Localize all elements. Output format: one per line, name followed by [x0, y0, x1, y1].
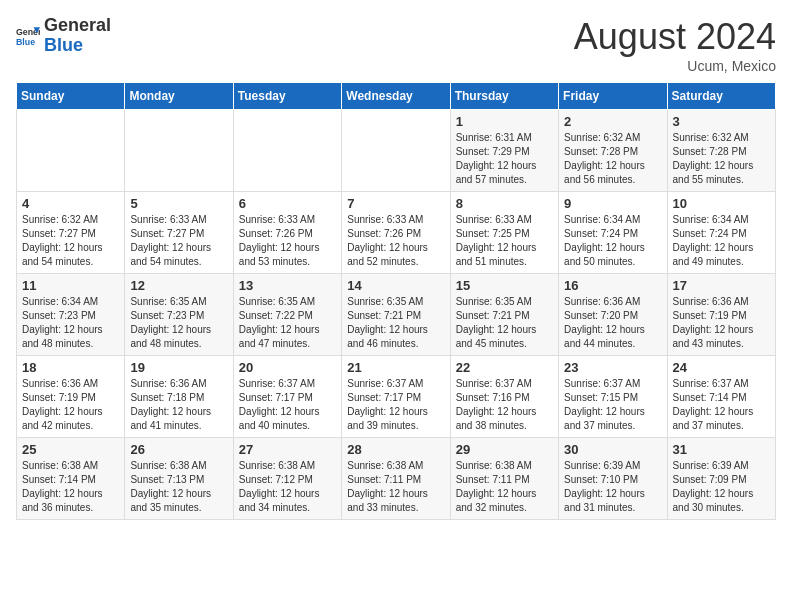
- calendar-cell: 19Sunrise: 6:36 AM Sunset: 7:18 PM Dayli…: [125, 356, 233, 438]
- day-info: Sunrise: 6:39 AM Sunset: 7:09 PM Dayligh…: [673, 459, 770, 515]
- calendar-table: SundayMondayTuesdayWednesdayThursdayFrid…: [16, 82, 776, 520]
- day-info: Sunrise: 6:37 AM Sunset: 7:17 PM Dayligh…: [239, 377, 336, 433]
- title-block: August 2024 Ucum, Mexico: [574, 16, 776, 74]
- day-number: 7: [347, 196, 444, 211]
- day-info: Sunrise: 6:34 AM Sunset: 7:24 PM Dayligh…: [564, 213, 661, 269]
- svg-text:Blue: Blue: [16, 37, 35, 47]
- calendar-cell: 21Sunrise: 6:37 AM Sunset: 7:17 PM Dayli…: [342, 356, 450, 438]
- day-info: Sunrise: 6:35 AM Sunset: 7:22 PM Dayligh…: [239, 295, 336, 351]
- day-info: Sunrise: 6:35 AM Sunset: 7:23 PM Dayligh…: [130, 295, 227, 351]
- logo: General Blue General Blue: [16, 16, 111, 56]
- day-of-week-header: Tuesday: [233, 83, 341, 110]
- day-info: Sunrise: 6:31 AM Sunset: 7:29 PM Dayligh…: [456, 131, 553, 187]
- day-number: 22: [456, 360, 553, 375]
- day-number: 29: [456, 442, 553, 457]
- calendar-week-row: 25Sunrise: 6:38 AM Sunset: 7:14 PM Dayli…: [17, 438, 776, 520]
- day-info: Sunrise: 6:38 AM Sunset: 7:13 PM Dayligh…: [130, 459, 227, 515]
- calendar-cell: [17, 110, 125, 192]
- day-of-week-header: Saturday: [667, 83, 775, 110]
- day-number: 15: [456, 278, 553, 293]
- day-info: Sunrise: 6:38 AM Sunset: 7:14 PM Dayligh…: [22, 459, 119, 515]
- calendar-week-row: 18Sunrise: 6:36 AM Sunset: 7:19 PM Dayli…: [17, 356, 776, 438]
- calendar-cell: 30Sunrise: 6:39 AM Sunset: 7:10 PM Dayli…: [559, 438, 667, 520]
- day-info: Sunrise: 6:37 AM Sunset: 7:14 PM Dayligh…: [673, 377, 770, 433]
- day-number: 31: [673, 442, 770, 457]
- day-number: 3: [673, 114, 770, 129]
- day-info: Sunrise: 6:35 AM Sunset: 7:21 PM Dayligh…: [347, 295, 444, 351]
- day-info: Sunrise: 6:36 AM Sunset: 7:19 PM Dayligh…: [673, 295, 770, 351]
- day-info: Sunrise: 6:36 AM Sunset: 7:20 PM Dayligh…: [564, 295, 661, 351]
- calendar-cell: 10Sunrise: 6:34 AM Sunset: 7:24 PM Dayli…: [667, 192, 775, 274]
- day-number: 11: [22, 278, 119, 293]
- location: Ucum, Mexico: [574, 58, 776, 74]
- day-of-week-header: Friday: [559, 83, 667, 110]
- calendar-cell: [342, 110, 450, 192]
- calendar-header-row: SundayMondayTuesdayWednesdayThursdayFrid…: [17, 83, 776, 110]
- day-number: 6: [239, 196, 336, 211]
- calendar-cell: 31Sunrise: 6:39 AM Sunset: 7:09 PM Dayli…: [667, 438, 775, 520]
- day-number: 8: [456, 196, 553, 211]
- calendar-cell: 15Sunrise: 6:35 AM Sunset: 7:21 PM Dayli…: [450, 274, 558, 356]
- day-info: Sunrise: 6:37 AM Sunset: 7:16 PM Dayligh…: [456, 377, 553, 433]
- calendar-body: 1Sunrise: 6:31 AM Sunset: 7:29 PM Daylig…: [17, 110, 776, 520]
- day-info: Sunrise: 6:35 AM Sunset: 7:21 PM Dayligh…: [456, 295, 553, 351]
- day-info: Sunrise: 6:39 AM Sunset: 7:10 PM Dayligh…: [564, 459, 661, 515]
- day-info: Sunrise: 6:32 AM Sunset: 7:28 PM Dayligh…: [673, 131, 770, 187]
- calendar-cell: 9Sunrise: 6:34 AM Sunset: 7:24 PM Daylig…: [559, 192, 667, 274]
- calendar-cell: 5Sunrise: 6:33 AM Sunset: 7:27 PM Daylig…: [125, 192, 233, 274]
- day-info: Sunrise: 6:37 AM Sunset: 7:17 PM Dayligh…: [347, 377, 444, 433]
- day-number: 24: [673, 360, 770, 375]
- calendar-week-row: 4Sunrise: 6:32 AM Sunset: 7:27 PM Daylig…: [17, 192, 776, 274]
- day-number: 18: [22, 360, 119, 375]
- day-number: 30: [564, 442, 661, 457]
- day-number: 25: [22, 442, 119, 457]
- day-info: Sunrise: 6:38 AM Sunset: 7:11 PM Dayligh…: [347, 459, 444, 515]
- day-number: 16: [564, 278, 661, 293]
- logo-text: General Blue: [44, 16, 111, 56]
- calendar-cell: 18Sunrise: 6:36 AM Sunset: 7:19 PM Dayli…: [17, 356, 125, 438]
- day-of-week-header: Monday: [125, 83, 233, 110]
- day-number: 1: [456, 114, 553, 129]
- calendar-cell: 6Sunrise: 6:33 AM Sunset: 7:26 PM Daylig…: [233, 192, 341, 274]
- day-info: Sunrise: 6:33 AM Sunset: 7:27 PM Dayligh…: [130, 213, 227, 269]
- calendar-cell: 27Sunrise: 6:38 AM Sunset: 7:12 PM Dayli…: [233, 438, 341, 520]
- calendar-cell: [233, 110, 341, 192]
- day-number: 23: [564, 360, 661, 375]
- month-year: August 2024: [574, 16, 776, 58]
- day-number: 14: [347, 278, 444, 293]
- day-info: Sunrise: 6:36 AM Sunset: 7:18 PM Dayligh…: [130, 377, 227, 433]
- calendar-cell: 20Sunrise: 6:37 AM Sunset: 7:17 PM Dayli…: [233, 356, 341, 438]
- calendar-week-row: 11Sunrise: 6:34 AM Sunset: 7:23 PM Dayli…: [17, 274, 776, 356]
- day-number: 2: [564, 114, 661, 129]
- calendar-cell: 4Sunrise: 6:32 AM Sunset: 7:27 PM Daylig…: [17, 192, 125, 274]
- day-info: Sunrise: 6:33 AM Sunset: 7:26 PM Dayligh…: [347, 213, 444, 269]
- day-number: 5: [130, 196, 227, 211]
- day-number: 12: [130, 278, 227, 293]
- calendar-cell: 22Sunrise: 6:37 AM Sunset: 7:16 PM Dayli…: [450, 356, 558, 438]
- calendar-cell: 28Sunrise: 6:38 AM Sunset: 7:11 PM Dayli…: [342, 438, 450, 520]
- day-number: 21: [347, 360, 444, 375]
- calendar-cell: [125, 110, 233, 192]
- calendar-cell: 23Sunrise: 6:37 AM Sunset: 7:15 PM Dayli…: [559, 356, 667, 438]
- day-info: Sunrise: 6:34 AM Sunset: 7:24 PM Dayligh…: [673, 213, 770, 269]
- day-number: 10: [673, 196, 770, 211]
- day-info: Sunrise: 6:36 AM Sunset: 7:19 PM Dayligh…: [22, 377, 119, 433]
- day-number: 13: [239, 278, 336, 293]
- day-of-week-header: Wednesday: [342, 83, 450, 110]
- day-number: 20: [239, 360, 336, 375]
- day-info: Sunrise: 6:32 AM Sunset: 7:27 PM Dayligh…: [22, 213, 119, 269]
- calendar-cell: 7Sunrise: 6:33 AM Sunset: 7:26 PM Daylig…: [342, 192, 450, 274]
- day-number: 4: [22, 196, 119, 211]
- day-info: Sunrise: 6:34 AM Sunset: 7:23 PM Dayligh…: [22, 295, 119, 351]
- day-number: 19: [130, 360, 227, 375]
- calendar-cell: 11Sunrise: 6:34 AM Sunset: 7:23 PM Dayli…: [17, 274, 125, 356]
- day-of-week-header: Thursday: [450, 83, 558, 110]
- calendar-cell: 12Sunrise: 6:35 AM Sunset: 7:23 PM Dayli…: [125, 274, 233, 356]
- calendar-cell: 13Sunrise: 6:35 AM Sunset: 7:22 PM Dayli…: [233, 274, 341, 356]
- day-number: 17: [673, 278, 770, 293]
- day-info: Sunrise: 6:38 AM Sunset: 7:12 PM Dayligh…: [239, 459, 336, 515]
- calendar-cell: 17Sunrise: 6:36 AM Sunset: 7:19 PM Dayli…: [667, 274, 775, 356]
- page-header: General Blue General Blue August 2024 Uc…: [16, 16, 776, 74]
- day-info: Sunrise: 6:32 AM Sunset: 7:28 PM Dayligh…: [564, 131, 661, 187]
- day-info: Sunrise: 6:37 AM Sunset: 7:15 PM Dayligh…: [564, 377, 661, 433]
